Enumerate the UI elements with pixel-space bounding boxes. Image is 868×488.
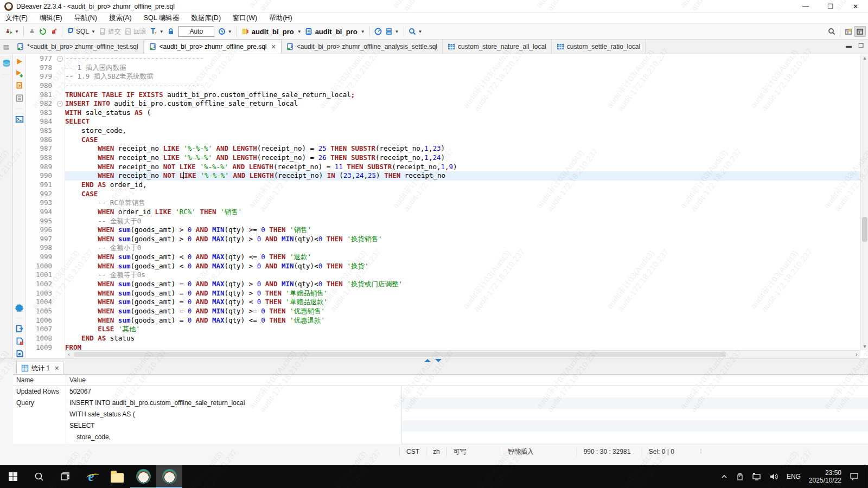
code-line[interactable]: WHEN sum(goods_amt) = 0 AND MAX(qty) > 0…: [65, 280, 860, 289]
chevron-down-icon[interactable]: ▼: [297, 29, 302, 34]
grid-row[interactable]: QueryINSERT INTO audit_bi_pro.custom_off…: [13, 397, 868, 443]
tray-chevron-up-icon[interactable]: [717, 465, 732, 488]
code-line[interactable]: ELSE '其他': [65, 325, 860, 334]
code-line[interactable]: WITH sale_status AS (: [65, 108, 860, 118]
code-line[interactable]: WHEN receipt_no LIKE '%-%-%' AND LENGTH(…: [65, 153, 860, 163]
menu-navigate[interactable]: 导航(N): [74, 14, 97, 23]
horizontal-scrollbar[interactable]: ‹ ›: [65, 350, 860, 358]
transaction-mode-button[interactable]: ▼: [148, 27, 165, 36]
database-selector[interactable]: audit_bi_pro ▼: [240, 27, 303, 37]
doc-info-button[interactable]: [15, 349, 24, 358]
export-button[interactable]: ▼: [384, 27, 401, 36]
menu-edit[interactable]: 编辑(E): [40, 14, 62, 23]
minimize-panel-icon[interactable]: ▬: [846, 42, 852, 49]
chevron-down-icon[interactable]: ▼: [159, 29, 164, 34]
menu-file[interactable]: 文件(F): [5, 14, 28, 23]
network-icon[interactable]: [748, 465, 765, 488]
horizontal-scroll-thumb[interactable]: [74, 352, 726, 357]
grid-cell-value[interactable]: 502067: [66, 386, 868, 397]
task-view-button[interactable]: [52, 465, 78, 488]
show-desktop-button[interactable]: [865, 465, 868, 488]
menu-window[interactable]: 窗口(W): [233, 14, 257, 23]
code-line[interactable]: -- 1 插入国内数据: [65, 63, 860, 73]
chevron-down-icon[interactable]: ▼: [418, 29, 423, 34]
internet-explorer-icon[interactable]: e: [78, 465, 104, 488]
execute-script-button[interactable]: [15, 81, 24, 90]
minimize-button[interactable]: —: [793, 0, 818, 13]
status-writable[interactable]: 可写: [446, 447, 501, 456]
menu-search[interactable]: 搜索(A): [109, 14, 132, 23]
code-line[interactable]: -- 金额大于0: [65, 217, 860, 226]
code-line[interactable]: WHEN sum(goods_amt) = 0 AND MIN(qty) > 0…: [65, 289, 860, 298]
rollback-button[interactable]: 回滚: [123, 26, 148, 37]
menu-sql-editor[interactable]: SQL 编辑器: [144, 14, 180, 23]
code-line[interactable]: ----------------------------------: [65, 54, 860, 63]
chevron-down-icon[interactable]: ▼: [91, 29, 95, 34]
code-line[interactable]: store_code,: [65, 126, 860, 136]
sql-search-button[interactable]: ▼: [407, 27, 424, 36]
execute-new-tab-button[interactable]: [15, 69, 23, 78]
lock-icon[interactable]: [165, 27, 176, 36]
scroll-up-arrow[interactable]: ▲: [861, 54, 868, 62]
code-line[interactable]: END AS order_id,: [65, 181, 860, 190]
code-line[interactable]: -- RC单算销售: [65, 198, 860, 208]
action-center-icon[interactable]: [846, 465, 863, 488]
code-line[interactable]: ----------------------------------: [65, 81, 860, 91]
maximize-button[interactable]: ❐: [818, 0, 843, 13]
settings-gear-icon[interactable]: [15, 303, 24, 312]
tab-statistics[interactable]: 统计 1 ✕: [16, 362, 64, 374]
column-header-name[interactable]: Name: [13, 375, 66, 386]
fold-collapse-icon[interactable]: −: [57, 101, 63, 107]
sql-console-button[interactable]: [15, 115, 24, 124]
auto-commit-button[interactable]: Auto: [178, 26, 214, 37]
code-line[interactable]: SELECT: [65, 117, 860, 126]
maximize-panel-icon[interactable]: ❐: [858, 42, 864, 49]
code-line[interactable]: -- 1.9 插入SBZ老系统数据: [65, 72, 860, 81]
explain-plan-button[interactable]: [15, 94, 24, 102]
commit-button[interactable]: 提交: [97, 26, 123, 37]
tab-close-icon[interactable]: ✕: [54, 365, 59, 372]
vertical-scrollbar[interactable]: ▲ ▼: [860, 54, 868, 350]
sql-editor-viewport[interactable]: 9779789799809819829839849859869879889899…: [26, 54, 868, 358]
reconnect-button[interactable]: [37, 27, 48, 36]
volume-icon[interactable]: [765, 465, 783, 488]
taskbar-search-button[interactable]: [26, 465, 52, 488]
chevron-down-icon[interactable]: ▼: [395, 29, 399, 34]
code-line[interactable]: WHEN receipt_no LIKE '%-%-%' AND LENGTH(…: [65, 144, 860, 153]
tab-custom-store-nature-all-local[interactable]: custom_store_nature_all_local: [443, 40, 552, 54]
global-search-button[interactable]: [826, 27, 837, 36]
vertical-scroll-thumb[interactable]: [862, 217, 867, 242]
code-line[interactable]: -- 金额等于0s: [65, 271, 860, 280]
sql-editor-button[interactable]: SQL ▼: [65, 27, 97, 36]
chevron-down-icon[interactable]: ▼: [228, 29, 232, 34]
open-perspective-button[interactable]: [843, 27, 854, 36]
schema-selector[interactable]: audit_bi_pro ▼: [303, 27, 367, 37]
dashboard-button[interactable]: [373, 27, 384, 36]
dbeaver-perspective-button[interactable]: [854, 26, 866, 37]
new-connection-button[interactable]: ▼: [3, 27, 21, 36]
history-button[interactable]: ▼: [216, 27, 234, 36]
grid-row[interactable]: Updated Rows502067: [13, 386, 868, 397]
export-result-button[interactable]: [15, 324, 24, 333]
code-line[interactable]: WHEN sum(goods_amt) = 0 AND MIN(qty) >= …: [65, 307, 860, 316]
dbeaver-taskbar-icon-active[interactable]: [156, 465, 182, 488]
tab-close-icon[interactable]: ✕: [271, 43, 276, 50]
fold-collapse-icon[interactable]: −: [57, 56, 63, 62]
code-line[interactable]: WHEN sum(goods_amt) > 0 AND MIN(qty) >= …: [65, 226, 860, 235]
menu-help[interactable]: 帮助(H): [269, 14, 292, 23]
code-line[interactable]: WHEN sum(goods_amt) = 0 AND MAX(qty) < 0…: [65, 298, 860, 307]
status-insert-mode[interactable]: 智能插入: [501, 447, 577, 456]
code-line[interactable]: WHEN receipt_no NOT LIKE '%-%-%' AND LEN…: [65, 163, 860, 172]
code-text[interactable]: ------------------------------------ 1 插…: [65, 54, 860, 350]
tab-zhumr-offline-analysis-settle[interactable]: <audit_bi_pro> zhumr_offline_analysis_se…: [282, 40, 443, 54]
tab-zhumr-offline-test[interactable]: *<audit_bi_pro> zhumr_offline_test.sql: [12, 40, 144, 54]
taskbar-clock[interactable]: 23:50 2025/10/22: [805, 469, 846, 484]
code-line[interactable]: END AS status: [65, 334, 860, 343]
menu-database[interactable]: 数据库(D): [191, 14, 221, 23]
grid-cell-value[interactable]: INSERT INTO audit_bi_pro.custom_offline_…: [66, 397, 868, 443]
dbeaver-taskbar-icon[interactable]: [130, 465, 156, 488]
file-explorer-icon[interactable]: [104, 465, 130, 488]
code-line[interactable]: WHEN order_id LIKE 'RC%' THEN '销售': [65, 208, 860, 217]
code-line[interactable]: WHEN sum(goods_amt) < 0 AND MAX(qty) <= …: [65, 253, 860, 262]
execute-statement-button[interactable]: [15, 57, 23, 66]
